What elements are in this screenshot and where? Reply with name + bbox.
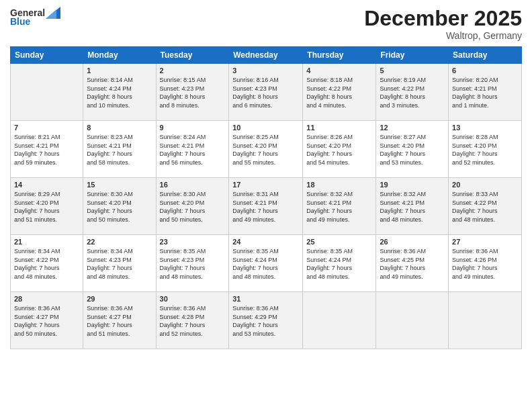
day-info: Sunrise: 8:35 AM Sunset: 4:24 PM Dayligh…: [306, 247, 372, 281]
day-number: 14: [14, 181, 79, 189]
day-info: Sunrise: 8:33 AM Sunset: 4:22 PM Dayligh…: [452, 190, 518, 224]
col-friday: Friday: [376, 47, 449, 64]
day-number: 6: [452, 66, 518, 75]
day-info: Sunrise: 8:14 AM Sunset: 4:24 PM Dayligh…: [87, 76, 152, 109]
day-number: 26: [380, 238, 445, 246]
day-number: 10: [232, 124, 299, 132]
day-info: Sunrise: 8:36 AM Sunset: 4:26 PM Dayligh…: [452, 247, 518, 281]
table-row: [303, 292, 376, 349]
day-number: 1: [87, 66, 152, 75]
col-saturday: Saturday: [449, 47, 522, 64]
day-info: Sunrise: 8:29 AM Sunset: 4:20 PM Dayligh…: [14, 190, 79, 224]
day-info: Sunrise: 8:36 AM Sunset: 4:29 PM Dayligh…: [232, 304, 299, 338]
table-row: 15Sunrise: 8:30 AM Sunset: 4:20 PM Dayli…: [83, 178, 156, 235]
table-row: 25Sunrise: 8:35 AM Sunset: 4:24 PM Dayli…: [303, 235, 376, 292]
day-info: Sunrise: 8:24 AM Sunset: 4:21 PM Dayligh…: [160, 133, 226, 167]
table-row: 16Sunrise: 8:30 AM Sunset: 4:20 PM Dayli…: [156, 178, 229, 235]
day-info: Sunrise: 8:35 AM Sunset: 4:24 PM Dayligh…: [232, 247, 299, 281]
table-row: 13Sunrise: 8:28 AM Sunset: 4:20 PM Dayli…: [449, 121, 522, 178]
col-wednesday: Wednesday: [229, 47, 303, 64]
table-row: 26Sunrise: 8:36 AM Sunset: 4:25 PM Dayli…: [376, 235, 449, 292]
day-number: 9: [160, 124, 226, 132]
table-row: 21Sunrise: 8:34 AM Sunset: 4:22 PM Dayli…: [11, 235, 83, 292]
calendar-week-row: 21Sunrise: 8:34 AM Sunset: 4:22 PM Dayli…: [11, 235, 522, 292]
table-row: 1Sunrise: 8:14 AM Sunset: 4:24 PM Daylig…: [83, 64, 156, 121]
day-number: 15: [87, 181, 152, 189]
table-row: [449, 292, 522, 349]
day-number: 23: [160, 238, 226, 246]
calendar-week-row: 7Sunrise: 8:21 AM Sunset: 4:21 PM Daylig…: [11, 121, 522, 178]
day-number: 3: [232, 66, 299, 75]
table-row: 6Sunrise: 8:20 AM Sunset: 4:21 PM Daylig…: [449, 64, 522, 121]
day-number: 5: [380, 66, 445, 75]
calendar-table: Sunday Monday Tuesday Wednesday Thursday…: [10, 46, 522, 349]
day-info: Sunrise: 8:36 AM Sunset: 4:27 PM Dayligh…: [14, 304, 79, 338]
table-row: [11, 64, 83, 121]
table-row: 7Sunrise: 8:21 AM Sunset: 4:21 PM Daylig…: [11, 121, 83, 178]
table-row: 2Sunrise: 8:15 AM Sunset: 4:23 PM Daylig…: [156, 64, 229, 121]
table-row: 8Sunrise: 8:23 AM Sunset: 4:21 PM Daylig…: [83, 121, 156, 178]
day-number: 4: [306, 66, 372, 75]
day-number: 2: [160, 66, 226, 75]
col-tuesday: Tuesday: [156, 47, 229, 64]
day-info: Sunrise: 8:30 AM Sunset: 4:20 PM Dayligh…: [87, 190, 152, 224]
day-number: 22: [87, 238, 152, 246]
day-info: Sunrise: 8:31 AM Sunset: 4:21 PM Dayligh…: [232, 190, 299, 224]
table-row: [376, 292, 449, 349]
day-info: Sunrise: 8:27 AM Sunset: 4:20 PM Dayligh…: [380, 133, 445, 167]
table-row: 23Sunrise: 8:35 AM Sunset: 4:23 PM Dayli…: [156, 235, 229, 292]
day-info: Sunrise: 8:15 AM Sunset: 4:23 PM Dayligh…: [160, 76, 226, 109]
table-row: 31Sunrise: 8:36 AM Sunset: 4:29 PM Dayli…: [229, 292, 303, 349]
table-row: 18Sunrise: 8:32 AM Sunset: 4:21 PM Dayli…: [303, 178, 376, 235]
day-number: 27: [452, 238, 518, 246]
day-info: Sunrise: 8:21 AM Sunset: 4:21 PM Dayligh…: [14, 133, 79, 167]
day-number: 13: [452, 124, 518, 132]
logo-blue-text: Blue: [10, 16, 30, 27]
day-number: 7: [14, 124, 79, 132]
table-row: 30Sunrise: 8:36 AM Sunset: 4:28 PM Dayli…: [156, 292, 229, 349]
table-row: 20Sunrise: 8:33 AM Sunset: 4:22 PM Dayli…: [449, 178, 522, 235]
day-info: Sunrise: 8:26 AM Sunset: 4:20 PM Dayligh…: [306, 133, 372, 167]
day-info: Sunrise: 8:34 AM Sunset: 4:23 PM Dayligh…: [87, 247, 152, 281]
day-number: 21: [14, 238, 79, 246]
day-number: 12: [380, 124, 445, 132]
day-number: 31: [232, 295, 299, 303]
table-row: 19Sunrise: 8:32 AM Sunset: 4:21 PM Dayli…: [376, 178, 449, 235]
day-info: Sunrise: 8:32 AM Sunset: 4:21 PM Dayligh…: [306, 190, 372, 224]
table-row: 27Sunrise: 8:36 AM Sunset: 4:26 PM Dayli…: [449, 235, 522, 292]
day-info: Sunrise: 8:35 AM Sunset: 4:23 PM Dayligh…: [160, 247, 226, 281]
col-monday: Monday: [83, 47, 156, 64]
day-info: Sunrise: 8:30 AM Sunset: 4:20 PM Dayligh…: [160, 190, 226, 224]
table-row: 29Sunrise: 8:36 AM Sunset: 4:27 PM Dayli…: [83, 292, 156, 349]
header: General Blue December 2025 Waltrop, Germ…: [10, 7, 522, 41]
day-info: Sunrise: 8:16 AM Sunset: 4:23 PM Dayligh…: [232, 76, 299, 109]
month-title: December 2025: [364, 7, 522, 30]
table-row: 14Sunrise: 8:29 AM Sunset: 4:20 PM Dayli…: [11, 178, 83, 235]
svg-marker-1: [46, 9, 56, 19]
logo-icon: [46, 7, 60, 19]
calendar-week-row: 28Sunrise: 8:36 AM Sunset: 4:27 PM Dayli…: [11, 292, 522, 349]
day-info: Sunrise: 8:25 AM Sunset: 4:20 PM Dayligh…: [232, 133, 299, 167]
day-info: Sunrise: 8:28 AM Sunset: 4:20 PM Dayligh…: [452, 133, 518, 167]
table-row: 10Sunrise: 8:25 AM Sunset: 4:20 PM Dayli…: [229, 121, 303, 178]
col-thursday: Thursday: [303, 47, 376, 64]
calendar-header-row: Sunday Monday Tuesday Wednesday Thursday…: [11, 47, 522, 64]
day-number: 30: [160, 295, 226, 303]
day-info: Sunrise: 8:36 AM Sunset: 4:28 PM Dayligh…: [160, 304, 226, 338]
logo: General Blue: [10, 7, 60, 27]
day-number: 20: [452, 181, 518, 189]
day-number: 29: [87, 295, 152, 303]
table-row: 3Sunrise: 8:16 AM Sunset: 4:23 PM Daylig…: [229, 64, 303, 121]
table-row: 11Sunrise: 8:26 AM Sunset: 4:20 PM Dayli…: [303, 121, 376, 178]
calendar-week-row: 14Sunrise: 8:29 AM Sunset: 4:20 PM Dayli…: [11, 178, 522, 235]
table-row: 17Sunrise: 8:31 AM Sunset: 4:21 PM Dayli…: [229, 178, 303, 235]
day-number: 18: [306, 181, 372, 189]
table-row: 28Sunrise: 8:36 AM Sunset: 4:27 PM Dayli…: [11, 292, 83, 349]
day-number: 19: [380, 181, 445, 189]
location: Waltrop, Germany: [364, 30, 522, 41]
day-info: Sunrise: 8:36 AM Sunset: 4:27 PM Dayligh…: [87, 304, 152, 338]
day-number: 8: [87, 124, 152, 132]
calendar-week-row: 1Sunrise: 8:14 AM Sunset: 4:24 PM Daylig…: [11, 64, 522, 121]
table-row: 12Sunrise: 8:27 AM Sunset: 4:20 PM Dayli…: [376, 121, 449, 178]
day-info: Sunrise: 8:34 AM Sunset: 4:22 PM Dayligh…: [14, 247, 79, 281]
